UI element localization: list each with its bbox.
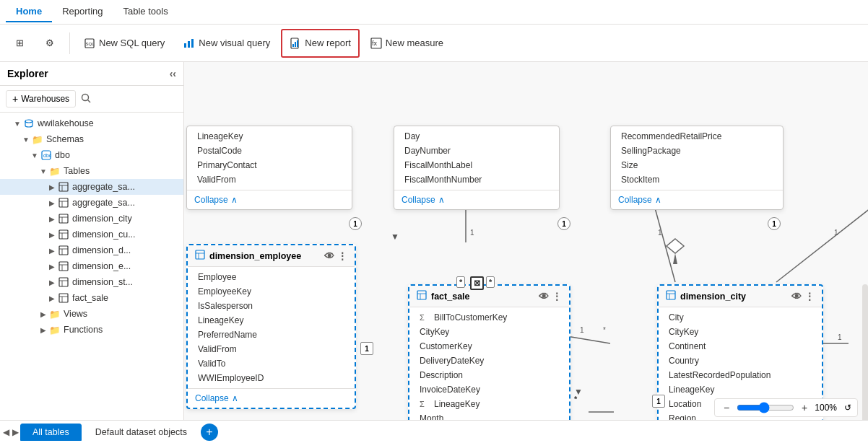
more-icon3[interactable]: ⋮: [804, 291, 815, 302]
card-employee-title: dimension_employee: [209, 251, 301, 261]
eye-icon2[interactable]: 👁: [539, 291, 549, 302]
svg-line-42: [654, 203, 675, 282]
sidebar-item-aggregate-sa2[interactable]: ▶ aggregate_sa...: [0, 195, 183, 211]
collapse-card3-btn[interactable]: Collapse ∧: [618, 195, 776, 205]
field-invoicedatekey: InvoiceDateKey: [409, 382, 569, 397]
tab-all-tables[interactable]: All tables: [20, 424, 82, 441]
more-icon[interactable]: ⋮: [337, 250, 347, 262]
reset-zoom-icon[interactable]: ↺: [844, 403, 851, 413]
field-city: City: [659, 310, 822, 325]
field-sellingpackage: SellingPackage: [611, 144, 783, 158]
sidebar-item-dimension-city[interactable]: ▶ dimension_city: [0, 211, 183, 227]
zoom-out-button[interactable]: −: [721, 400, 732, 415]
svg-rect-61: [667, 291, 675, 299]
new-measure-label: New measure: [386, 38, 443, 48]
sidebar-item-dimension-d[interactable]: ▶ dimension_d...: [0, 242, 183, 258]
card1-body: LineageKey PostalCode PrimaryContact Val…: [187, 126, 352, 190]
svg-line-46: [567, 336, 610, 343]
scroll-left-icon[interactable]: ◀: [3, 427, 9, 437]
card-fact-header: fact_sale 👁 ⋮: [409, 286, 569, 307]
card-employee-header-icons[interactable]: 👁 ⋮: [324, 250, 347, 262]
zoom-in-button[interactable]: +: [799, 400, 810, 415]
collapse-employee-btn[interactable]: Collapse ∧: [195, 393, 347, 403]
chevron-right-icon: ▶: [38, 324, 49, 335]
sidebar-item-fact-sale[interactable]: ▶ fact_sale: [0, 290, 183, 306]
sidebar-item-dimension-st[interactable]: ▶ dimension_st...: [0, 274, 183, 290]
scroll-right-icon[interactable]: ▶: [12, 427, 19, 437]
sidebar-item-tables[interactable]: ▼ 📁 Tables: [0, 163, 183, 179]
sidebar-item-dimension-e[interactable]: ▶ dimension_e...: [0, 258, 183, 274]
dimension-st-label: dimension_st...: [72, 277, 133, 287]
field-primarycontact: PrimaryContact: [187, 158, 352, 172]
folder-icon: 📁: [49, 324, 61, 335]
new-sql-query-button[interactable]: SQL New SQL query: [76, 29, 173, 58]
field-fiscalmonthlabel: FiscalMonthLabel: [394, 158, 559, 172]
search-icon[interactable]: [80, 92, 92, 106]
svg-rect-58: [417, 291, 426, 299]
svg-text:SQL: SQL: [86, 42, 95, 46]
field-wwiemployeeid: WWIEmployeeID: [188, 371, 355, 385]
new-visual-query-button[interactable]: New visual query: [175, 29, 278, 58]
new-measure-button[interactable]: fx New measure: [363, 29, 451, 58]
add-tab-button[interactable]: +: [201, 424, 218, 441]
dbo-label: dbo: [55, 150, 70, 160]
field-lineagekey2: LineageKey: [188, 313, 355, 328]
card-dimension-employee[interactable]: dimension_employee 👁 ⋮ Employee Employee…: [186, 244, 356, 409]
add-warehouse-button[interactable]: + Warehouses: [6, 90, 76, 108]
scrollbar-right[interactable]: [862, 284, 868, 420]
table-header-icon3: [666, 290, 676, 302]
plus-icon: +: [12, 93, 18, 105]
grid-icon: ⊞: [14, 38, 25, 49]
svg-text:dbo: dbo: [43, 153, 51, 158]
tab-home[interactable]: Home: [6, 1, 52, 22]
add-warehouse-label: Warehouses: [21, 94, 69, 104]
chevron-right-icon: ▶: [46, 229, 58, 240]
nav-tabs: Home Reporting Table tools: [0, 0, 868, 25]
table-icon: [58, 292, 69, 304]
sidebar-item-aggregate-sa1[interactable]: ▶ aggregate_sa...: [0, 179, 183, 195]
chevron-down-icon: ▼: [20, 133, 32, 145]
new-report-button[interactable]: New report: [281, 29, 360, 58]
svg-rect-8: [297, 40, 298, 47]
field-day: Day: [394, 129, 559, 144]
sidebar: Explorer ‹‹ + Warehouses ▼ wwilakehouse: [0, 62, 184, 420]
connector-3-badge: 1: [768, 217, 781, 230]
sidebar-item-dbo[interactable]: ▼ dbo dbo: [0, 147, 183, 163]
card-fact-header-icons[interactable]: 👁 ⋮: [539, 291, 562, 302]
sidebar-item-views[interactable]: ▶ 📁 Views: [0, 306, 183, 322]
toolbar-icon1-btn[interactable]: ⊞: [6, 29, 33, 58]
collapse-card2-btn[interactable]: Collapse ∧: [402, 195, 552, 205]
eye-icon[interactable]: 👁: [324, 250, 334, 262]
zoom-slider[interactable]: [737, 402, 794, 413]
svg-marker-52: [667, 239, 684, 253]
sidebar-item-dimension-cu[interactable]: ▶ dimension_cu...: [0, 227, 183, 242]
sidebar-item-functions[interactable]: ▶ 📁 Functions: [0, 322, 183, 338]
sidebar-item-wwilakehouse[interactable]: ▼ wwilakehouse: [0, 115, 183, 131]
tab-tabletools[interactable]: Table tools: [113, 1, 178, 22]
table-header-icon2: [417, 290, 427, 302]
chevron-right-icon: ▶: [46, 197, 58, 209]
zoom-level-label: 100%: [815, 403, 837, 413]
field-lineagekey3: ΣLineageKey: [409, 397, 569, 411]
database-icon: [23, 118, 35, 129]
card-fact-sale[interactable]: fact_sale 👁 ⋮ ΣBillToCustomerKey CityKey…: [408, 284, 570, 420]
card-employee-body: Employee EmployeeKey IsSalesperson Linea…: [188, 267, 355, 388]
tab-default-dataset[interactable]: Default dataset objects: [83, 424, 199, 441]
card1-footer: Collapse ∧: [187, 190, 352, 209]
toolbar-icon2-btn[interactable]: ⚙: [36, 29, 64, 58]
card-city-header-icons[interactable]: 👁 ⋮: [791, 291, 815, 302]
tab-reporting[interactable]: Reporting: [52, 1, 113, 22]
aggregate-sa1-label: aggregate_sa...: [72, 182, 135, 192]
field-stockitem: StockItem: [611, 172, 783, 187]
svg-point-13: [25, 120, 32, 123]
connector-star-fact: *: [574, 395, 577, 403]
collapse-card1-btn[interactable]: Collapse ∧: [194, 195, 344, 205]
dimension-cu-label: dimension_cu...: [72, 229, 136, 240]
collapse-sidebar-icon[interactable]: ‹‹: [170, 68, 176, 79]
more-icon2[interactable]: ⋮: [552, 291, 562, 302]
table-icon: [58, 181, 69, 193]
canvas[interactable]: 1 1 1 1 * * 1 LineageKey Po: [184, 62, 868, 420]
sidebar-item-schemas[interactable]: ▼ 📁 Schemas: [0, 131, 183, 147]
eye-icon3[interactable]: 👁: [791, 291, 802, 302]
chevron-right-icon: ▶: [46, 245, 58, 256]
